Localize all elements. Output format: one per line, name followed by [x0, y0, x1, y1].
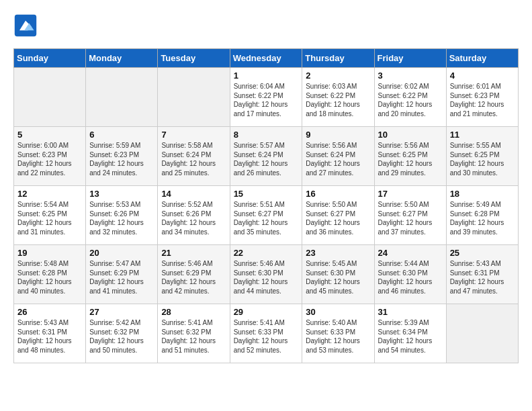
- calendar-cell: [446, 304, 518, 363]
- calendar-cell: 17Sunrise: 5:50 AM Sunset: 6:27 PM Dayli…: [374, 186, 446, 245]
- day-number: 5: [17, 130, 82, 140]
- day-number: 11: [450, 130, 515, 140]
- day-info: Sunrise: 6:00 AM Sunset: 6:23 PM Dayligh…: [17, 141, 82, 177]
- calendar-cell: 16Sunrise: 5:50 AM Sunset: 6:27 PM Dayli…: [302, 186, 374, 245]
- calendar-cell: 30Sunrise: 5:40 AM Sunset: 6:33 PM Dayli…: [302, 304, 374, 363]
- day-info: Sunrise: 5:55 AM Sunset: 6:25 PM Dayligh…: [450, 141, 515, 177]
- weekday-header-thursday: Thursday: [302, 49, 374, 68]
- calendar-cell: 20Sunrise: 5:47 AM Sunset: 6:29 PM Dayli…: [86, 245, 158, 304]
- calendar-cell: 26Sunrise: 5:43 AM Sunset: 6:31 PM Dayli…: [14, 304, 86, 363]
- calendar-cell: 15Sunrise: 5:51 AM Sunset: 6:27 PM Dayli…: [230, 186, 302, 245]
- day-number: 12: [17, 189, 82, 199]
- day-info: Sunrise: 5:44 AM Sunset: 6:30 PM Dayligh…: [378, 259, 443, 295]
- calendar-cell: 5Sunrise: 6:00 AM Sunset: 6:23 PM Daylig…: [14, 127, 86, 186]
- day-number: 21: [161, 248, 226, 258]
- day-info: Sunrise: 5:56 AM Sunset: 6:25 PM Dayligh…: [378, 141, 443, 177]
- weekday-header-monday: Monday: [86, 49, 158, 68]
- day-info: Sunrise: 6:04 AM Sunset: 6:22 PM Dayligh…: [234, 82, 299, 118]
- calendar-cell: 10Sunrise: 5:56 AM Sunset: 6:25 PM Dayli…: [374, 127, 446, 186]
- day-info: Sunrise: 5:53 AM Sunset: 6:26 PM Dayligh…: [89, 200, 154, 236]
- day-info: Sunrise: 5:41 AM Sunset: 6:32 PM Dayligh…: [161, 318, 226, 355]
- day-info: Sunrise: 5:39 AM Sunset: 6:34 PM Dayligh…: [378, 318, 443, 355]
- day-number: 27: [89, 307, 154, 317]
- weekday-header-tuesday: Tuesday: [158, 49, 230, 68]
- day-number: 18: [450, 189, 515, 199]
- day-number: 1: [234, 71, 299, 81]
- day-info: Sunrise: 5:59 AM Sunset: 6:23 PM Dayligh…: [89, 141, 154, 177]
- day-number: 24: [378, 248, 443, 258]
- day-number: 31: [378, 307, 443, 317]
- day-number: 22: [234, 248, 299, 258]
- day-number: 4: [450, 71, 515, 81]
- calendar-week-row: 1Sunrise: 6:04 AM Sunset: 6:22 PM Daylig…: [14, 68, 519, 127]
- day-info: Sunrise: 5:51 AM Sunset: 6:27 PM Dayligh…: [234, 200, 299, 236]
- page-header: [13, 13, 519, 38]
- day-number: 8: [234, 130, 299, 140]
- day-info: Sunrise: 5:45 AM Sunset: 6:30 PM Dayligh…: [306, 259, 370, 295]
- calendar-cell: 6Sunrise: 5:59 AM Sunset: 6:23 PM Daylig…: [86, 127, 158, 186]
- calendar-cell: 7Sunrise: 5:58 AM Sunset: 6:24 PM Daylig…: [158, 127, 230, 186]
- day-info: Sunrise: 5:50 AM Sunset: 6:27 PM Dayligh…: [306, 200, 370, 236]
- calendar-week-row: 26Sunrise: 5:43 AM Sunset: 6:31 PM Dayli…: [14, 304, 519, 363]
- calendar-cell: [86, 68, 158, 127]
- day-info: Sunrise: 5:40 AM Sunset: 6:33 PM Dayligh…: [306, 318, 370, 355]
- calendar-cell: 25Sunrise: 5:43 AM Sunset: 6:31 PM Dayli…: [446, 245, 518, 304]
- day-info: Sunrise: 5:41 AM Sunset: 6:33 PM Dayligh…: [234, 318, 299, 355]
- calendar-table: SundayMondayTuesdayWednesdayThursdayFrid…: [13, 48, 519, 363]
- day-info: Sunrise: 5:47 AM Sunset: 6:29 PM Dayligh…: [89, 259, 154, 295]
- calendar-cell: 8Sunrise: 5:57 AM Sunset: 6:24 PM Daylig…: [230, 127, 302, 186]
- day-info: Sunrise: 5:43 AM Sunset: 6:31 PM Dayligh…: [17, 318, 82, 355]
- day-number: 7: [161, 130, 226, 140]
- weekday-header-saturday: Saturday: [446, 49, 518, 68]
- day-number: 23: [306, 248, 370, 258]
- calendar-cell: 24Sunrise: 5:44 AM Sunset: 6:30 PM Dayli…: [374, 245, 446, 304]
- day-number: 3: [378, 71, 443, 81]
- calendar-cell: 12Sunrise: 5:54 AM Sunset: 6:25 PM Dayli…: [14, 186, 86, 245]
- calendar-cell: [14, 68, 86, 127]
- day-info: Sunrise: 5:43 AM Sunset: 6:31 PM Dayligh…: [450, 259, 515, 295]
- calendar-cell: 14Sunrise: 5:52 AM Sunset: 6:26 PM Dayli…: [158, 186, 230, 245]
- day-info: Sunrise: 5:56 AM Sunset: 6:24 PM Dayligh…: [306, 141, 370, 177]
- day-number: 29: [234, 307, 299, 317]
- day-info: Sunrise: 5:57 AM Sunset: 6:24 PM Dayligh…: [234, 141, 299, 177]
- day-info: Sunrise: 5:49 AM Sunset: 6:28 PM Dayligh…: [450, 200, 515, 236]
- day-info: Sunrise: 5:52 AM Sunset: 6:26 PM Dayligh…: [161, 200, 226, 236]
- day-info: Sunrise: 5:46 AM Sunset: 6:29 PM Dayligh…: [161, 259, 226, 295]
- calendar-cell: [158, 68, 230, 127]
- day-info: Sunrise: 5:58 AM Sunset: 6:24 PM Dayligh…: [161, 141, 226, 177]
- day-number: 20: [89, 248, 154, 258]
- calendar-cell: 29Sunrise: 5:41 AM Sunset: 6:33 PM Dayli…: [230, 304, 302, 363]
- calendar-cell: 13Sunrise: 5:53 AM Sunset: 6:26 PM Dayli…: [86, 186, 158, 245]
- calendar-cell: 27Sunrise: 5:42 AM Sunset: 6:32 PM Dayli…: [86, 304, 158, 363]
- day-number: 30: [306, 307, 370, 317]
- calendar-cell: 9Sunrise: 5:56 AM Sunset: 6:24 PM Daylig…: [302, 127, 374, 186]
- day-number: 2: [306, 71, 370, 81]
- calendar-cell: 21Sunrise: 5:46 AM Sunset: 6:29 PM Dayli…: [158, 245, 230, 304]
- day-number: 14: [161, 189, 226, 199]
- day-info: Sunrise: 6:03 AM Sunset: 6:22 PM Dayligh…: [306, 82, 370, 118]
- day-info: Sunrise: 6:02 AM Sunset: 6:22 PM Dayligh…: [378, 82, 443, 118]
- calendar-cell: 11Sunrise: 5:55 AM Sunset: 6:25 PM Dayli…: [446, 127, 518, 186]
- calendar-cell: 3Sunrise: 6:02 AM Sunset: 6:22 PM Daylig…: [374, 68, 446, 127]
- calendar-cell: 4Sunrise: 6:01 AM Sunset: 6:23 PM Daylig…: [446, 68, 518, 127]
- calendar-cell: 22Sunrise: 5:46 AM Sunset: 6:30 PM Dayli…: [230, 245, 302, 304]
- day-number: 15: [234, 189, 299, 199]
- weekday-header-row: SundayMondayTuesdayWednesdayThursdayFrid…: [14, 49, 519, 68]
- day-number: 25: [450, 248, 515, 258]
- day-info: Sunrise: 5:48 AM Sunset: 6:28 PM Dayligh…: [17, 259, 82, 295]
- calendar-cell: 1Sunrise: 6:04 AM Sunset: 6:22 PM Daylig…: [230, 68, 302, 127]
- day-number: 16: [306, 189, 370, 199]
- logo-icon: [13, 13, 38, 38]
- calendar-cell: 28Sunrise: 5:41 AM Sunset: 6:32 PM Dayli…: [158, 304, 230, 363]
- day-number: 6: [89, 130, 154, 140]
- day-info: Sunrise: 6:01 AM Sunset: 6:23 PM Dayligh…: [450, 82, 515, 118]
- calendar-cell: 31Sunrise: 5:39 AM Sunset: 6:34 PM Dayli…: [374, 304, 446, 363]
- calendar-cell: 2Sunrise: 6:03 AM Sunset: 6:22 PM Daylig…: [302, 68, 374, 127]
- day-number: 28: [161, 307, 226, 317]
- logo: [13, 13, 40, 38]
- day-number: 10: [378, 130, 443, 140]
- day-number: 19: [17, 248, 82, 258]
- day-info: Sunrise: 5:54 AM Sunset: 6:25 PM Dayligh…: [17, 200, 82, 236]
- weekday-header-wednesday: Wednesday: [230, 49, 302, 68]
- calendar-cell: 19Sunrise: 5:48 AM Sunset: 6:28 PM Dayli…: [14, 245, 86, 304]
